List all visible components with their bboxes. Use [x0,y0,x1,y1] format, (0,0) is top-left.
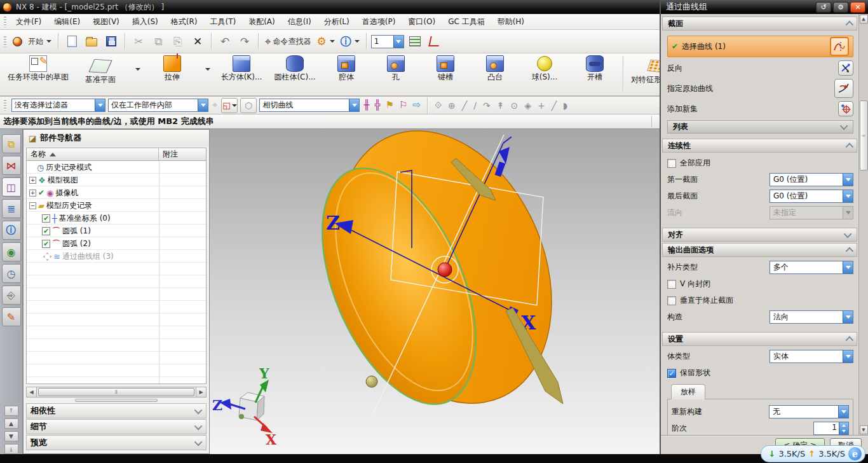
select-curves-row[interactable]: ✔ 选择曲线 (1) [667,36,853,57]
section-group-header[interactable]: 截面 [662,17,857,31]
tree-item-through-curves[interactable]: ≋ 通过曲线组 (3) [27,250,206,263]
scroll-down-icon[interactable]: ▼ [860,425,868,434]
dropdown-arrow-icon[interactable] [198,99,208,111]
tree-item-model-views[interactable]: + ❖ 模型视图 [27,174,206,186]
tree-item-arc-1[interactable]: ✔ ⌒ 圆弧 (1) [27,225,206,237]
horizontal-scrollbar[interactable]: ◀ ⦀ ▶ [26,387,207,397]
extrude-dropdown-button[interactable] [200,53,215,94]
web-browser-tab[interactable]: ◉ [2,242,21,261]
output-options-group-header[interactable]: 输出曲面选项 [662,243,857,257]
scrollbar-thumb[interactable]: ⦀ [38,388,194,396]
body-type-dropdown[interactable]: 实体 [770,350,853,363]
tree-item-datum-csys[interactable]: ✔ ┼ 基准坐标系 (0) [27,212,206,225]
history-tab[interactable]: ◷ [2,264,21,283]
spinner-buttons[interactable] [839,422,848,434]
snap-existing-point-icon[interactable]: + [536,100,547,111]
continuity-group-header[interactable]: 连续性 [662,139,857,153]
assembly-navigator-tab[interactable]: ⧉ [2,134,21,153]
command-finder-button[interactable]: ⌖ 命令查找器 [263,32,313,50]
tree-item-model-history[interactable]: − ▰ 模型历史记录 [27,199,206,212]
tree-item-cameras[interactable]: + ✔ ◉ 摄像机 [27,186,206,199]
snapshot-button[interactable]: ⬡ [240,98,257,113]
path-selection-icon[interactable]: ⚑ [384,99,395,111]
hole-button[interactable]: 孔 [371,53,421,94]
resource-scroll-bottom-button[interactable]: ⤓ [4,444,18,454]
dialog-scrollbar[interactable]: ▲ ≡ ▼ [858,14,868,435]
hd3d-tools-tab[interactable]: ⓘ [2,221,21,240]
dropdown-arrow-icon[interactable] [843,190,853,202]
dropdown-arrow-icon[interactable] [843,311,853,323]
redo-button[interactable]: ↷ [236,32,254,50]
menu-assemblies[interactable]: 装配(A) [243,15,281,29]
add-new-set-button[interactable] [838,101,853,116]
menu-preferences[interactable]: 首选项(P) [356,15,402,29]
reuse-library-tab[interactable]: ≣ [2,199,21,218]
curve-select-button[interactable] [830,37,849,56]
network-speed-widget[interactable]: ↓ 3.5K/S ↑ 3.5K/S e [761,445,866,462]
undo-button[interactable]: ↶ [216,32,234,50]
snap-point-rollover-icon[interactable]: ⊕ [446,100,458,111]
snap-endpoint-icon[interactable]: ╱ [460,100,469,111]
scroll-up-icon[interactable]: ▲ [860,15,868,24]
tree-item-history-mode[interactable]: ◷ 历史记录模式 [27,161,206,174]
sketch-in-task-env-button[interactable]: 任务环境中的草图 [5,53,71,94]
snap-point-menu-icon[interactable]: ⟐ [433,99,444,111]
menu-edit[interactable]: 编辑(E) [48,15,86,29]
last-section-dropdown[interactable]: G0 (位置) [770,190,853,203]
browser-e-icon[interactable]: e [848,447,862,460]
menu-information[interactable]: 信息(I) [282,15,317,29]
dropdown-arrow-icon[interactable] [349,99,359,111]
expand-plus-icon[interactable]: + [29,190,36,197]
sphere-button[interactable]: 球(S)... [520,53,569,94]
dialog-options-button[interactable]: ⚙ [833,2,848,13]
close-in-v-checkbox[interactable] [667,280,676,289]
curve-rule-combo[interactable]: 相切曲线 [259,99,360,112]
origin-handle-sphere[interactable] [438,263,452,277]
delete-button[interactable]: ✕ [189,32,207,50]
checkbox-checked-icon[interactable]: ✔ [42,214,50,223]
information-button[interactable]: ⓘ [339,32,362,50]
selection-filter-combo[interactable]: 没有选择过滤器 [11,99,105,112]
datum-plane-button[interactable]: 基准平面 [71,53,130,94]
start-menu-button[interactable]: 开始 [11,32,53,50]
construction-dropdown[interactable]: 法向 [770,310,853,324]
reverse-direction-button[interactable] [838,60,853,76]
follow-fillet-icon[interactable]: ╬ [373,99,381,111]
menu-analysis[interactable]: 分析(L) [318,15,355,29]
menu-gc-toolbox[interactable]: GC 工具箱 [442,15,491,29]
datum-dropdown-button[interactable] [130,53,145,94]
dependencies-panel-header[interactable]: 相依性 [26,403,207,418]
dropdown-arrow-icon[interactable] [95,99,105,111]
snap-quadrant-icon[interactable]: ◈ [522,100,533,111]
list-expander-bar[interactable]: 列表 [667,120,853,134]
snap-intersection-icon[interactable]: ↟ [495,100,506,111]
layer-settings-button[interactable] [406,32,424,50]
panel-splitter[interactable] [24,397,209,403]
collapse-minus-icon[interactable]: − [29,202,36,209]
new-file-button[interactable] [63,32,81,50]
forward-arrow-icon[interactable]: ⇨ [411,99,422,111]
preserve-shape-checkbox[interactable]: ✓ [667,369,676,378]
snap-point-on-face-icon[interactable]: ◗ [561,100,569,111]
degree-spinner[interactable]: 1 [813,422,849,435]
process-studio-tab[interactable]: ⎆ [2,286,21,305]
resource-scroll-top-button[interactable]: ⤒ [4,406,18,416]
normal-to-end-checkbox[interactable] [667,296,676,305]
tree-column-header[interactable]: 名称 附注 [27,148,206,161]
menu-help[interactable]: 帮助(H) [492,15,530,29]
scroll-left-icon[interactable]: ◀ [27,387,37,397]
dropdown-arrow-icon[interactable] [843,174,853,186]
tree-item-arc-2[interactable]: ✔ ⌒ 圆弧 (2) [27,237,206,250]
snap-midpoint-icon[interactable]: ∕ [471,100,478,111]
snap-arc-center-icon[interactable]: ⊙ [508,100,520,111]
checkbox-checked-icon[interactable]: ✔ [42,240,50,248]
loft-tab[interactable]: 放样 [671,384,705,399]
open-file-button[interactable] [83,32,100,50]
customize-button[interactable]: ⚙ [315,32,337,50]
specify-origin-curve-button[interactable] [834,79,853,98]
stop-at-intersection-icon[interactable]: ╫ [362,99,370,111]
curve-handle-sphere[interactable] [366,376,377,387]
boss-button[interactable]: 凸台 [470,53,520,94]
slot-button[interactable]: 键槽 [421,53,470,94]
select-region-button[interactable]: ◱ [221,98,238,113]
